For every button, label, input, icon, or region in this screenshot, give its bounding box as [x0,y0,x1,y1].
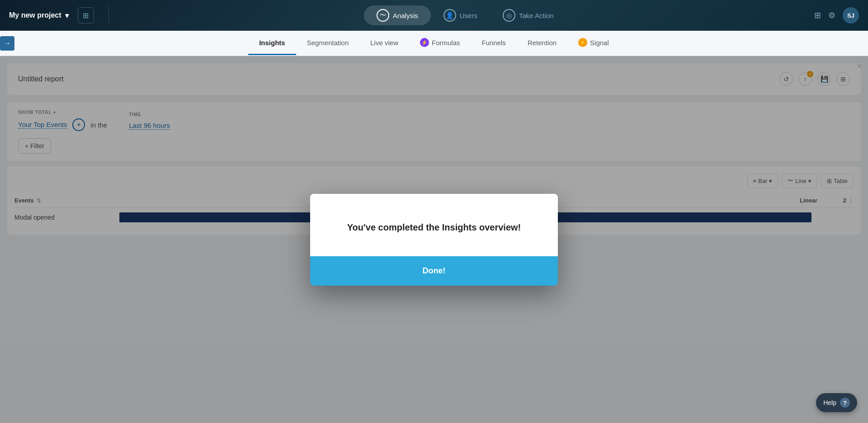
main-content: Untitled report ↺ ↑ 4 💾 ⊞ SHOW TOTAL ▾ [0,56,868,423]
sub-tab-liveview[interactable]: Live view [359,32,409,55]
modal-overlay: You've completed the Insights overview! … [0,56,868,423]
users-label: Users [460,12,477,19]
analysis-icon: 〜 [377,9,389,22]
sidebar-toggle-button[interactable]: → [0,36,14,51]
signal-badge: ⚡ [578,38,587,47]
users-icon: 👤 [443,9,456,22]
sub-tab-segmentation[interactable]: Segmentation [296,32,360,55]
formulas-tab-label: Formulas [432,39,460,47]
sub-tab-signal[interactable]: ⚡ Signal [567,31,620,56]
avatar[interactable]: SJ [843,7,859,24]
sub-tab-insights[interactable]: Insights [248,32,296,55]
completion-modal: You've completed the Insights overview! … [310,194,558,286]
takeaction-label: Take Action [519,12,554,19]
nav-right-controls: ⊞ ⚙ SJ [814,7,859,24]
sub-tab-retention[interactable]: Retention [517,32,567,55]
nav-tab-takeaction[interactable]: ◎ Take Action [490,5,566,25]
nav-divider [108,6,109,24]
nav-tab-analysis[interactable]: 〜 Analysis [364,5,431,25]
retention-tab-label: Retention [528,39,557,47]
nav-tab-users[interactable]: 👤 Users [431,5,490,25]
formulas-badge: ⚡ [420,38,429,47]
sub-navigation: → Insights Segmentation Live view ⚡ Form… [0,31,868,56]
avatar-text: SJ [847,12,854,19]
funnels-tab-label: Funnels [482,39,506,47]
close-overlay-button[interactable]: ✕ [856,61,863,71]
nav-tabs: 〜 Analysis 👤 Users ◎ Take Action [116,5,814,25]
takeaction-icon: ◎ [503,9,515,22]
gear-icon[interactable]: ⚙ [828,10,835,20]
modal-body: You've completed the Insights overview! [310,194,558,256]
project-name: My new project [9,11,61,19]
insights-tab-label: Insights [259,39,285,47]
sub-tab-formulas[interactable]: ⚡ Formulas [409,31,471,56]
chevron-icon: ▾ [65,11,69,20]
grid-icon[interactable]: ⊞ [814,10,821,20]
done-label: Done! [423,266,446,276]
dashboard-icon[interactable]: ⊞ [78,7,94,24]
top-navigation: My new project ▾ ⊞ 〜 Analysis 👤 Users ◎ … [0,0,868,31]
sub-tabs: Insights Segmentation Live view ⚡ Formul… [9,31,859,56]
segmentation-tab-label: Segmentation [307,39,349,47]
liveview-tab-label: Live view [370,39,398,47]
analysis-label: Analysis [393,12,418,19]
modal-message: You've completed the Insights overview! [347,221,521,234]
done-button[interactable]: Done! [310,256,558,286]
signal-tab-label: Signal [590,39,609,47]
sub-tab-funnels[interactable]: Funnels [471,32,517,55]
help-button[interactable]: Help ? [816,393,857,412]
help-label: Help [823,399,836,406]
help-icon: ? [840,398,850,408]
project-title[interactable]: My new project ▾ [9,11,69,20]
